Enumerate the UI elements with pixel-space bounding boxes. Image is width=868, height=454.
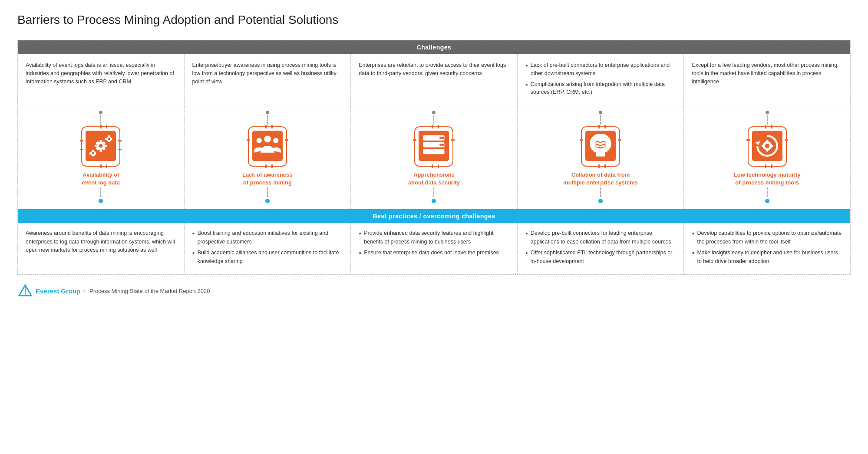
nub-l5 xyxy=(413,139,416,141)
icon-label-2: Lack of awareness of process mining xyxy=(242,171,293,187)
nub-b7 xyxy=(598,164,600,168)
svg-rect-20 xyxy=(92,154,94,156)
solution-cell-1: Awareness around benefits of data mining… xyxy=(18,223,185,274)
connector-dot-bottom-2 xyxy=(265,199,270,203)
nub-b4 xyxy=(271,164,273,168)
nub-r5 xyxy=(451,139,455,141)
best-practices-header: Best practices / overcoming challenges xyxy=(18,209,850,223)
svg-point-32 xyxy=(442,137,444,139)
footer-reg-symbol: ® xyxy=(83,289,86,293)
icon-box-1 xyxy=(81,126,120,167)
nub-t6 xyxy=(438,125,439,128)
solution-bullet-3-1: Provide enhanced data security features … xyxy=(359,229,509,246)
svg-point-33 xyxy=(440,144,442,146)
svg-point-31 xyxy=(440,137,442,139)
solution-bullet-text-5-1: Develop capabilities to provide options … xyxy=(697,229,842,246)
nub-b3 xyxy=(265,164,267,168)
icon-cell-4: Collation of data from multiple enterpri… xyxy=(518,106,684,209)
svg-rect-16 xyxy=(110,138,112,140)
solution-bullet-2-1: Boost training and education initiatives… xyxy=(192,229,343,246)
solution-bullet-3-2: Ensure that enterprise data does not lea… xyxy=(359,249,509,257)
connector-line-top-1 xyxy=(100,115,101,125)
footer: Everest Group® Process Mining State of t… xyxy=(17,283,851,299)
challenge-bullet-4-1: Lack of pre-built connectors to enterpri… xyxy=(525,61,676,78)
connector-dot-top-1 xyxy=(99,111,102,114)
nub-t10 xyxy=(771,125,772,128)
svg-rect-43 xyxy=(766,140,768,143)
svg-rect-4 xyxy=(100,149,102,152)
challenges-row: Availability of event logs data is an is… xyxy=(18,54,850,106)
nub-l3 xyxy=(247,139,250,141)
svg-rect-3 xyxy=(100,140,102,143)
solution-bullet-text-2-2: Build academic alliances and user commun… xyxy=(198,249,343,266)
challenge-text-1: Availability of event logs data is an is… xyxy=(26,62,174,85)
svg-rect-22 xyxy=(94,152,96,154)
solution-bullet-text-5-2: Make insights easy to decipher and use f… xyxy=(697,249,842,266)
footer-logo-name: Everest Group xyxy=(36,287,80,295)
nub-r1 xyxy=(118,140,122,141)
solution-bullet-5-2: Make insights easy to decipher and use f… xyxy=(692,249,842,266)
icons-row: Availability of event log data xyxy=(18,106,850,209)
svg-rect-46 xyxy=(770,145,773,147)
solution-cell-3: Provide enhanced data security features … xyxy=(351,223,518,274)
nub-t9 xyxy=(765,125,766,128)
solution-bullet-text-4-2: Offer sophisticated ETL technology throu… xyxy=(531,249,676,266)
solution-bullet-4-1: Develop pre-built connectors for leading… xyxy=(525,229,676,246)
icon-box-5 xyxy=(748,126,787,167)
brain-icon xyxy=(585,131,616,161)
nub-r2 xyxy=(118,149,122,150)
solutions-row: Awareness around benefits of data mining… xyxy=(18,223,850,274)
nub-b2 xyxy=(106,164,107,168)
nub-t4 xyxy=(271,125,273,128)
challenge-cell-1: Availability of event logs data is an is… xyxy=(18,54,185,106)
svg-rect-6 xyxy=(104,145,107,147)
icon-box-2 xyxy=(248,126,287,167)
challenge-bullet-text-4-1: Lack of pre-built connectors to enterpri… xyxy=(531,61,676,78)
svg-rect-14 xyxy=(108,140,110,142)
connector-line-top-2 xyxy=(267,115,268,125)
svg-point-25 xyxy=(257,138,262,143)
connector-dot-top-2 xyxy=(266,111,269,114)
everest-group-logo-icon xyxy=(17,283,33,299)
connector-dot-bottom-5 xyxy=(765,199,769,203)
nub-t7 xyxy=(598,125,600,128)
icon-cell-3: ? Apprehensions about data security xyxy=(351,106,518,209)
icon-label-4: Collation of data from multiple enterpri… xyxy=(563,171,638,187)
nub-r9 xyxy=(785,139,788,141)
solution-bullet-4-2: Offer sophisticated ETL technology throu… xyxy=(525,249,676,266)
nub-b6 xyxy=(438,164,439,168)
svg-point-26 xyxy=(273,138,278,143)
connector-line-bottom-4 xyxy=(600,188,601,197)
svg-rect-19 xyxy=(92,150,94,152)
solution-cell-5: Develop capabilities to provide options … xyxy=(684,223,850,274)
nub-t5 xyxy=(432,125,433,128)
nub-b1 xyxy=(100,164,102,168)
footer-logo: Everest Group® xyxy=(17,283,86,299)
people-icon xyxy=(252,131,283,161)
nub-b5 xyxy=(432,164,433,168)
connector-line-top-3 xyxy=(433,115,434,125)
svg-rect-13 xyxy=(108,135,110,138)
solution-cell-2: Boost training and education initiatives… xyxy=(185,223,351,274)
connector-line-bottom-1 xyxy=(100,188,101,197)
nub-b10 xyxy=(771,164,772,168)
svg-rect-44 xyxy=(766,149,768,151)
gears-icon xyxy=(86,131,116,161)
connector-line-bottom-3 xyxy=(433,188,434,197)
svg-rect-45 xyxy=(762,145,764,147)
nub-l2 xyxy=(80,149,83,150)
nub-l7 xyxy=(580,139,583,141)
svg-point-42 xyxy=(765,144,769,148)
icon-label-3: Apprehensions about data security xyxy=(408,171,460,187)
connector-dot-top-4 xyxy=(599,111,602,114)
nub-t8 xyxy=(604,125,606,128)
nub-l1 xyxy=(80,140,83,141)
solution-bullet-text-4-1: Develop pre-built connectors for leading… xyxy=(531,229,676,246)
connector-dot-top-3 xyxy=(432,111,436,114)
icon-box-3: ? xyxy=(414,126,453,167)
icon-label-5: Low technology maturity of process minin… xyxy=(734,171,801,187)
icon-box-4 xyxy=(581,126,620,167)
svg-point-2 xyxy=(99,144,103,148)
nub-l9 xyxy=(746,139,750,141)
challenge-cell-5: Except for a few leading vendors, most o… xyxy=(684,54,850,106)
